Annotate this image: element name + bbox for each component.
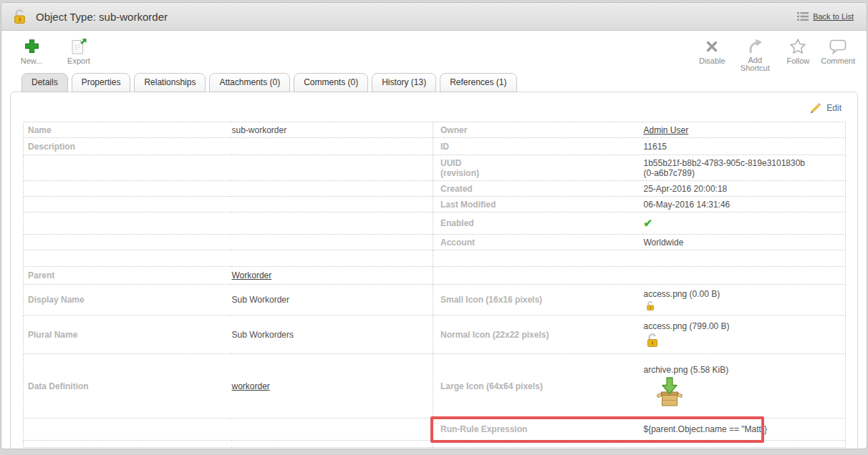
tab-bar: Details Properties Relationships Attachm… <box>1 73 867 92</box>
account-label: Account <box>440 238 475 248</box>
toolbar-right: Disable Add Shortcut Follow <box>696 36 855 72</box>
new-button[interactable]: New... <box>16 36 47 72</box>
edit-row: Edit <box>11 92 857 122</box>
plus-icon <box>23 36 41 56</box>
display-name-label: Display Name <box>28 295 85 305</box>
id-value: 11615 <box>644 142 667 152</box>
comment-button-label: Comment <box>821 57 855 65</box>
description-label: Description <box>28 142 75 152</box>
row-description-id: Description ID 11615 <box>24 138 846 155</box>
follow-button[interactable]: Follow <box>782 36 814 72</box>
row-last-modified: Last Modified 06-May-2016 14:31:46 <box>24 197 846 212</box>
disable-button-label: Disable <box>699 57 725 65</box>
data-definition-label: Data Definition <box>28 381 89 391</box>
page-title: Object Type: sub-workorder <box>36 11 797 23</box>
disable-button[interactable]: Disable <box>696 36 728 72</box>
add-shortcut-button-label: Add Shortcut <box>735 57 775 72</box>
app-window: Object Type: sub-workorder Back to List <box>1 2 867 449</box>
row-display-name-small-icon: Display Name Sub Workorder Small Icon (1… <box>24 285 846 315</box>
small-icon-filename: access.png (0.00 B) <box>644 289 845 299</box>
large-icon-filename: archive.png (5.58 KiB) <box>644 365 845 375</box>
run-rule-value: ${parent.Object.name == "Matt"} <box>644 424 768 434</box>
row-spacer <box>24 250 846 267</box>
row-parent: Parent Workorder <box>24 267 846 285</box>
x-icon <box>704 36 720 56</box>
list-icon <box>797 12 809 21</box>
new-button-label: New... <box>21 57 43 65</box>
large-icon-label: Large Icon (64x64 pixels) <box>440 381 543 391</box>
display-name-value: Sub Workorder <box>232 295 289 305</box>
last-modified-value: 06-May-2016 14:31:46 <box>644 200 730 210</box>
name-value: sub-workorder <box>232 125 287 135</box>
tab-properties[interactable]: Properties <box>72 73 131 92</box>
details-panel: Edit Name sub-workorder Owner Admin User… <box>10 92 858 449</box>
comment-bubble-icon <box>829 36 847 56</box>
follow-button-label: Follow <box>786 57 809 65</box>
owner-link[interactable]: Admin User <box>644 125 689 135</box>
plural-name-value: Sub Workorders <box>232 330 294 340</box>
row-name-owner: Name sub-workorder Owner Admin User <box>24 122 846 138</box>
tab-history[interactable]: History (13) <box>372 73 436 92</box>
lock-icon <box>13 9 27 24</box>
name-label: Name <box>28 125 52 135</box>
tab-details[interactable]: Details <box>21 73 68 92</box>
row-plural-name-normal-icon: Plural Name Sub Workorders Normal Icon (… <box>24 315 846 354</box>
add-shortcut-button[interactable]: Add Shortcut <box>735 36 775 72</box>
owner-label: Owner <box>440 125 467 135</box>
normal-icon-filename: access.png (799.00 B) <box>644 321 845 331</box>
parent-link[interactable]: Workorder <box>232 270 272 280</box>
comment-button[interactable]: Comment <box>821 36 855 72</box>
details-field-table: Name sub-workorder Owner Admin User Desc… <box>23 122 846 448</box>
back-to-list-label: Back to List <box>813 12 854 21</box>
export-button[interactable]: Export <box>63 36 95 72</box>
tab-comments[interactable]: Comments (0) <box>294 73 368 92</box>
uuid-value: 1b55b21f-b8b2-4783-905c-819e3101830b <box>644 158 845 168</box>
back-to-list-link[interactable]: Back to List <box>797 12 854 21</box>
header-bar: Object Type: sub-workorder Back to List <box>1 3 867 31</box>
tab-references[interactable]: References (1) <box>440 73 516 92</box>
enabled-check-icon: ✔ <box>644 217 653 229</box>
row-created: Created 25-Apr-2016 20:00:18 <box>24 181 846 197</box>
toolbar-left: New... Export <box>16 36 95 72</box>
row-run-rule: Run-Rule Expression ${parent.Object.name… <box>24 419 846 441</box>
export-button-label: Export <box>67 57 90 65</box>
star-icon <box>789 36 807 56</box>
uuid-label: UUID <box>440 158 642 168</box>
small-icon-label: Small Icon (16x16 pixels) <box>440 295 542 305</box>
row-uuid: UUID (revision) 1b55b21f-b8b2-4783-905c-… <box>24 155 846 181</box>
tab-relationships[interactable]: Relationships <box>134 73 206 92</box>
created-label: Created <box>440 184 473 194</box>
row-bottom-spacer <box>24 441 846 448</box>
lock-icon <box>646 300 655 311</box>
parent-label: Parent <box>28 270 54 280</box>
uuid-sublabel: (revision) <box>440 168 642 178</box>
archive-box-icon <box>654 376 685 408</box>
row-enabled: Enabled ✔ <box>24 212 846 235</box>
export-icon <box>69 36 88 56</box>
toolbar: New... Export <box>1 31 867 73</box>
uuid-revision: (0-a6b7c789) <box>644 168 845 178</box>
account-value: Worldwide <box>644 238 684 248</box>
id-label: ID <box>440 142 449 152</box>
created-value: 25-Apr-2016 20:00:18 <box>644 184 728 194</box>
row-data-definition-large-icon: Data Definition workorder Large Icon (64… <box>24 354 846 419</box>
enabled-label: Enabled <box>440 218 474 228</box>
data-definition-link[interactable]: workorder <box>232 381 270 391</box>
lock-icon <box>646 333 660 348</box>
last-modified-label: Last Modified <box>440 200 496 210</box>
shortcut-arrow-icon <box>746 36 764 55</box>
run-rule-label: Run-Rule Expression <box>440 424 527 434</box>
tab-attachments[interactable]: Attachments (0) <box>209 73 290 92</box>
normal-icon-label: Normal Icon (22x22 pixels) <box>440 330 549 340</box>
pencil-icon <box>809 102 821 114</box>
edit-button[interactable]: Edit <box>826 103 842 113</box>
plural-name-label: Plural Name <box>28 330 77 340</box>
row-account: Account Worldwide <box>24 235 846 250</box>
